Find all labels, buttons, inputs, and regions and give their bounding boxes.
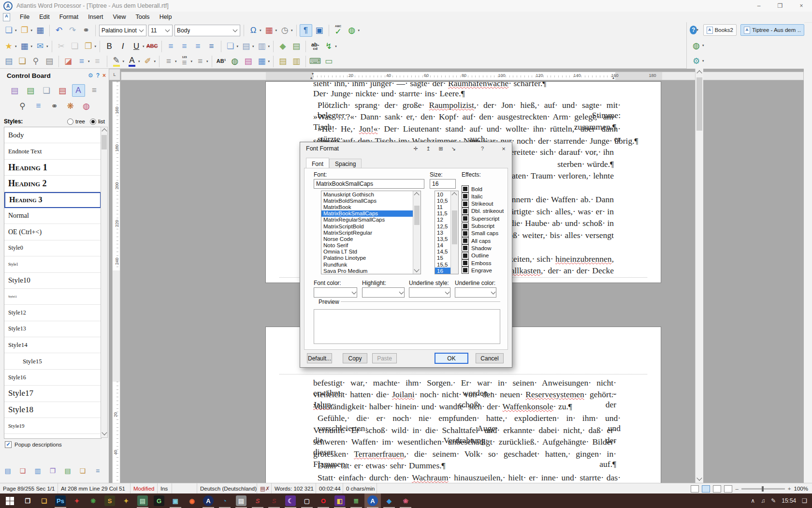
- power-tools-button[interactable]: ↯: [322, 40, 335, 53]
- style-item-style10[interactable]: Style10: [4, 273, 101, 289]
- script-s2-app-icon[interactable]: S: [266, 493, 282, 508]
- font-list-item[interactable]: MatrixBookSmallCaps: [321, 210, 420, 217]
- pin-icon[interactable]: ✛: [409, 146, 422, 152]
- effect-checkbox-all-caps[interactable]: All caps: [462, 237, 491, 244]
- size-input[interactable]: 16: [430, 179, 456, 189]
- firefox-icon[interactable]: ◉: [184, 493, 200, 508]
- font-list-item[interactable]: Manuskript Gothisch: [321, 191, 420, 197]
- print-button[interactable]: ▤: [43, 55, 56, 68]
- menu-tools[interactable]: Tools: [130, 12, 154, 22]
- favorites-button-arrow[interactable]: ▾: [15, 45, 17, 48]
- font-list-item[interactable]: Sava Pro Medium: [321, 268, 420, 274]
- tools-panel-button[interactable]: ⚙: [690, 55, 703, 67]
- cb-tool-2[interactable]: ❏: [17, 465, 29, 476]
- tree-radio[interactable]: [67, 119, 73, 125]
- find-button[interactable]: ⚭: [80, 24, 92, 37]
- header-footer-button[interactable]: ▤: [276, 55, 289, 68]
- redo-button[interactable]: ↷: [66, 24, 79, 37]
- blue-shape-app-icon[interactable]: ◆: [381, 493, 397, 508]
- font-list-item[interactable]: Norse Code: [321, 236, 420, 242]
- underline-style-dropdown[interactable]: [409, 287, 450, 298]
- effect-checkbox-superscript[interactable]: Superscript: [462, 215, 499, 222]
- pink-app-icon[interactable]: ❀: [397, 493, 414, 508]
- menu-format[interactable]: Format: [55, 12, 84, 22]
- rollup-icon[interactable]: ↥: [422, 146, 435, 152]
- menu-view[interactable]: View: [108, 12, 131, 22]
- bullet-list-button-arrow[interactable]: ▾: [175, 60, 177, 63]
- autocorrect-button[interactable]: ab-cd: [309, 40, 321, 53]
- lists-panel-button[interactable]: ≡: [88, 84, 101, 97]
- task-view-button[interactable]: ❐: [19, 493, 36, 508]
- font-list-item[interactable]: MatrixBoldSmallCaps: [321, 197, 420, 204]
- menu-file[interactable]: File: [15, 12, 34, 22]
- review-panel-button[interactable]: ▤: [56, 84, 69, 97]
- effect-checkbox-subscript[interactable]: Subscript: [462, 223, 494, 230]
- cancel-button[interactable]: Cancel: [476, 353, 504, 363]
- new-document-button[interactable]: ❏: [2, 24, 15, 37]
- highlight-button[interactable]: ✎: [110, 55, 123, 68]
- insert-symbol-button[interactable]: Ω: [247, 24, 260, 37]
- insert-symbol-button-arrow[interactable]: ▾: [260, 29, 261, 32]
- view-reading-button[interactable]: [724, 485, 732, 493]
- panel-help-icon[interactable]: ?: [96, 72, 100, 79]
- font-list-item[interactable]: MatrixRegularSmallCaps: [321, 217, 420, 223]
- style-item-normal[interactable]: Normal: [4, 208, 101, 224]
- outline-panel-button[interactable]: ▤: [8, 84, 21, 97]
- style-item-heading-3[interactable]: Heading 3: [4, 192, 101, 208]
- insert-picture-button-arrow[interactable]: ▾: [252, 45, 254, 48]
- effect-checkbox-strikeout[interactable]: Strikeout: [462, 200, 493, 208]
- new-document-button-arrow[interactable]: ▾: [15, 29, 17, 32]
- font-list-item[interactable]: Omnia LT Std: [321, 249, 420, 255]
- cb-tool-1[interactable]: ▤: [2, 465, 14, 476]
- bullet-list-button[interactable]: ≡: [162, 55, 175, 68]
- word-count-button[interactable]: ▭: [322, 55, 335, 68]
- font-list-item[interactable]: Rundfunk: [321, 261, 420, 268]
- fonts-panel-button[interactable]: A: [72, 84, 85, 97]
- copy-button-dialog[interactable]: Copy: [343, 353, 367, 363]
- format-painter-button-arrow[interactable]: ▾: [154, 60, 156, 63]
- numbered-list-button[interactable]: 123≡: [178, 55, 191, 68]
- zoom-out-button[interactable]: –: [735, 486, 738, 492]
- font-color-button[interactable]: A: [126, 55, 138, 68]
- paste-button-arrow[interactable]: ▾: [95, 45, 97, 48]
- highlight-dropdown[interactable]: [362, 287, 405, 298]
- ok-button[interactable]: OK: [435, 353, 468, 364]
- save-button[interactable]: ▦: [34, 24, 46, 37]
- style-item-oe-ctrl-[interactable]: OE (Ctrl+<): [4, 224, 101, 240]
- align-left-button[interactable]: ≡: [165, 40, 177, 53]
- style-item-style14[interactable]: Style14: [4, 337, 101, 353]
- atlantis-taskbar-icon[interactable]: A: [364, 493, 381, 508]
- sublime-app-icon[interactable]: S: [102, 493, 118, 508]
- edge-icon[interactable]: ◔: [217, 493, 233, 508]
- bold-button[interactable]: B: [103, 40, 116, 53]
- script-s-app-icon[interactable]: S: [249, 493, 266, 508]
- zoom-slider[interactable]: [741, 488, 785, 490]
- style-item-heading-1[interactable]: Heading 1: [4, 160, 101, 176]
- email-button-arrow[interactable]: ▾: [46, 45, 48, 48]
- font-list-item[interactable]: MatrixBook: [321, 204, 420, 210]
- style-item-style16[interactable]: Style16: [4, 370, 101, 386]
- columns-button[interactable]: ▥: [256, 40, 268, 53]
- insert-date-button-arrow[interactable]: ▾: [276, 29, 277, 32]
- font-list-scrollbar[interactable]: [413, 191, 420, 274]
- font-color-dropdown[interactable]: [314, 287, 357, 298]
- align-right-button[interactable]: ≡: [192, 40, 204, 53]
- insert-table-button[interactable]: ▦: [256, 55, 268, 68]
- pen-icon[interactable]: ✎: [771, 497, 776, 504]
- menu-help[interactable]: Help: [155, 12, 177, 22]
- insert-date-button[interactable]: ▦: [263, 24, 276, 37]
- blue-window-app-icon[interactable]: ▣: [167, 493, 184, 508]
- style-combo[interactable]: Body: [174, 25, 240, 36]
- size-combo[interactable]: 11: [148, 25, 173, 36]
- default-button[interactable]: Default...: [307, 353, 332, 363]
- insert-time-button-arrow[interactable]: ▾: [291, 29, 293, 32]
- panel-close-icon[interactable]: ×: [102, 72, 106, 79]
- underline-color-dropdown[interactable]: [455, 287, 496, 298]
- cb-tool-3[interactable]: ▥: [32, 465, 44, 476]
- save-as-button[interactable]: ▦: [18, 40, 31, 53]
- eraser-button[interactable]: ◪: [62, 55, 74, 68]
- copy-button[interactable]: ❏: [69, 40, 81, 53]
- font-combo[interactable]: Palatino Linoty: [99, 25, 146, 36]
- effect-checkbox-bold[interactable]: Bold: [462, 185, 482, 193]
- dialog-title-bar[interactable]: Font Format ✛ ↥ ⊞ ↘ ? ×: [300, 142, 512, 155]
